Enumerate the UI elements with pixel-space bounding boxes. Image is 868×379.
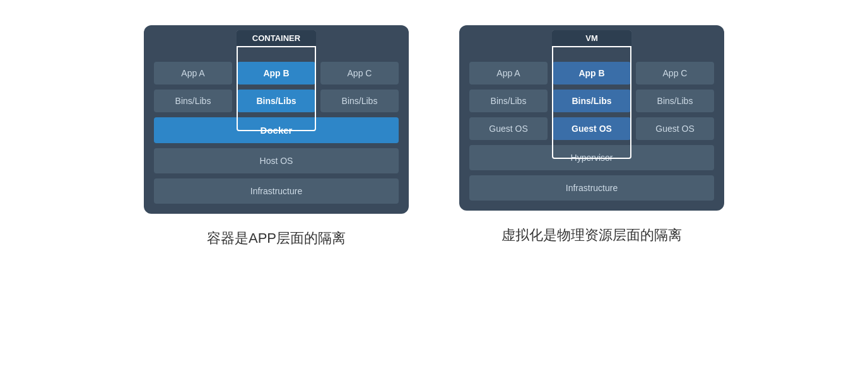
vm-infrastructure-row: Infrastructure (469, 175, 714, 201)
bins-b-cell-highlighted: Bins/Libs (237, 90, 315, 112)
app-row: App A App B App C (154, 62, 399, 85)
container-section: CONTAINER App A App B App C Bins/Libs (144, 25, 409, 248)
vm-app-b-cell-highlighted: App B (553, 62, 631, 85)
docker-row: Docker (154, 117, 399, 143)
container-caption: 容器是APP层面的隔离 (207, 229, 346, 248)
vm-diagram-box: VM App A App B App C Bins/Lib (459, 25, 724, 211)
vm-caption: 虚拟化是物理资源层面的隔离 (501, 226, 682, 245)
vm-guest-os-row: Guest OS Guest OS Guest OS (469, 117, 714, 140)
app-b-cell-highlighted: App B (237, 62, 315, 85)
vm-guest-os-c-cell: Guest OS (636, 117, 714, 140)
bins-row: Bins/Libs Bins/Libs Bins/Libs (154, 90, 399, 112)
vm-bins-c-cell: Bins/Libs (636, 90, 714, 112)
bins-a-cell: Bins/Libs (154, 90, 232, 112)
vm-app-a-cell: App A (469, 62, 548, 85)
vm-section: VM App A App B App C Bins/Lib (459, 25, 724, 245)
vm-bins-a-cell: Bins/Libs (469, 90, 548, 112)
app-a-cell: App A (154, 62, 232, 85)
app-c-cell: App C (320, 62, 399, 85)
container-diagram-box: CONTAINER App A App B App C Bins/Libs (144, 25, 409, 214)
infrastructure-row: Infrastructure (154, 178, 399, 204)
vm-bins-b-cell-highlighted: Bins/Libs (553, 90, 631, 112)
host-os-row: Host OS (154, 148, 399, 173)
vm-app-c-cell: App C (636, 62, 714, 85)
hypervisor-row: Hypervisor (469, 145, 714, 170)
vm-guest-os-a-cell: Guest OS (469, 117, 548, 140)
vm-bins-row: Bins/Libs Bins/Libs Bins/Libs (469, 90, 714, 112)
vm-guest-os-b-cell-highlighted: Guest OS (553, 117, 631, 140)
main-layout: CONTAINER App A App B App C Bins/Libs (13, 13, 855, 260)
bins-c-cell: Bins/Libs (320, 90, 399, 112)
vm-app-row: App A App B App C (469, 62, 714, 85)
